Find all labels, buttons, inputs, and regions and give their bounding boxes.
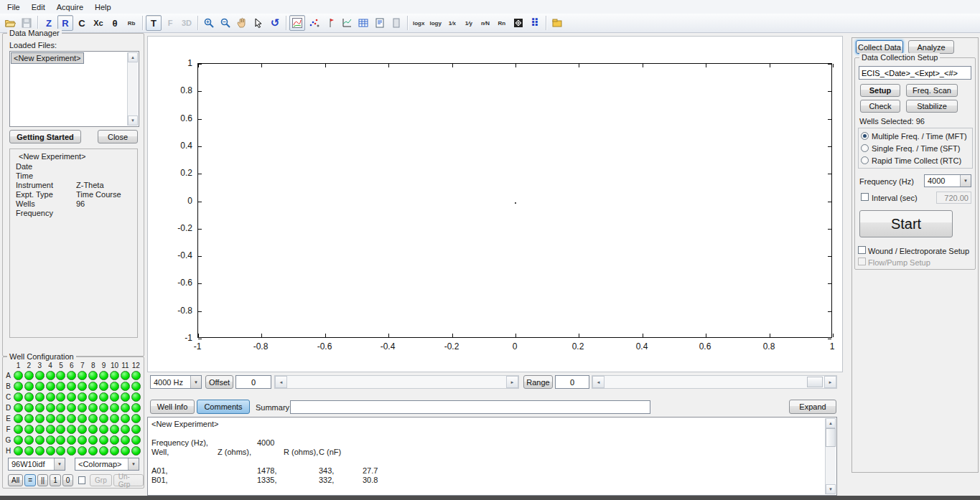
- inverse-x-icon[interactable]: 1∕x: [444, 15, 460, 31]
- well-H6[interactable]: [67, 446, 76, 456]
- well-D12[interactable]: [131, 403, 141, 412]
- loaded-files-list[interactable]: <New Experiment> ▲ ▼: [9, 51, 139, 127]
- offset-scrollbar[interactable]: ◄ ►: [274, 375, 519, 389]
- data-table-icon[interactable]: [355, 15, 371, 31]
- well-B8[interactable]: [88, 382, 98, 391]
- well-C1[interactable]: [14, 392, 23, 402]
- well-E5[interactable]: [56, 414, 65, 423]
- plate-type-select[interactable]: 96W10idf ▼: [8, 458, 65, 471]
- inverse-y-icon[interactable]: 1∕y: [461, 15, 477, 31]
- well-D6[interactable]: [67, 403, 76, 412]
- well-G7[interactable]: [78, 435, 87, 445]
- ratio-rn-icon[interactable]: Rn: [494, 15, 510, 31]
- experiment-name-input[interactable]: [859, 66, 971, 80]
- well-C11[interactable]: [121, 392, 130, 402]
- menu-file[interactable]: File: [1, 1, 26, 13]
- well-B12[interactable]: [131, 382, 141, 391]
- dropdown-arrow-icon[interactable]: ▼: [190, 376, 201, 388]
- expand-button[interactable]: Expand: [789, 400, 836, 414]
- well-G10[interactable]: [110, 435, 119, 445]
- well-F11[interactable]: [121, 425, 130, 434]
- marker-tool-icon[interactable]: [322, 15, 338, 31]
- menu-help[interactable]: Help: [89, 1, 117, 13]
- mode-option[interactable]: Rapid Time Collect (RTC): [861, 154, 972, 166]
- scroll-up-icon[interactable]: ▲: [826, 418, 836, 428]
- well-F1[interactable]: [14, 425, 23, 434]
- export-data-icon[interactable]: [549, 15, 565, 31]
- well-D7[interactable]: [78, 403, 87, 412]
- offset-input[interactable]: [235, 375, 271, 389]
- start-button[interactable]: Start: [859, 210, 953, 237]
- well-B10[interactable]: [110, 382, 119, 391]
- expand-plot-icon[interactable]: [510, 15, 526, 31]
- comments-button[interactable]: Comments: [197, 400, 250, 414]
- scroll-up-icon[interactable]: ▲: [128, 52, 138, 62]
- well-A9[interactable]: [99, 371, 108, 380]
- well-F10[interactable]: [110, 425, 119, 434]
- plot-axes[interactable]: [197, 63, 832, 338]
- well-A12[interactable]: [131, 371, 141, 380]
- normalize-icon[interactable]: n∕N: [477, 15, 493, 31]
- radio-icon[interactable]: [861, 156, 869, 164]
- offset-button[interactable]: Offset: [205, 375, 233, 389]
- reset-view-icon[interactable]: ↺: [267, 15, 283, 31]
- time-axis-button[interactable]: T: [146, 15, 162, 31]
- log-x-icon[interactable]: logx: [411, 15, 426, 31]
- well-H12[interactable]: [131, 446, 141, 456]
- well-B7[interactable]: [78, 382, 87, 391]
- well-D11[interactable]: [121, 403, 130, 412]
- well-F6[interactable]: [67, 425, 76, 434]
- close-button[interactable]: Close: [98, 130, 138, 143]
- well-A8[interactable]: [88, 371, 98, 380]
- well-E6[interactable]: [67, 414, 76, 423]
- well-C7[interactable]: [78, 392, 87, 402]
- dropdown-arrow-icon[interactable]: ▼: [128, 458, 139, 470]
- well-A3[interactable]: [35, 371, 45, 380]
- well-C10[interactable]: [110, 392, 119, 402]
- well-F8[interactable]: [88, 425, 98, 434]
- well-G11[interactable]: [121, 435, 130, 445]
- well-B1[interactable]: [14, 382, 23, 391]
- scrollbar-track[interactable]: [287, 376, 506, 388]
- well-C5[interactable]: [56, 392, 65, 402]
- well-info-button[interactable]: Well Info: [150, 400, 195, 414]
- menu-acquire[interactable]: Acquire: [51, 1, 89, 13]
- well-D8[interactable]: [88, 403, 98, 412]
- radio-icon[interactable]: [861, 144, 869, 152]
- well-C9[interactable]: [99, 392, 108, 402]
- well-select-equal[interactable]: =: [24, 474, 36, 486]
- list-scrollbar[interactable]: ▲ ▼: [127, 52, 138, 126]
- scroll-left-icon[interactable]: ◄: [275, 376, 287, 388]
- report-icon[interactable]: [372, 15, 388, 31]
- loaded-file-item[interactable]: <New Experiment>: [11, 52, 84, 64]
- scroll-down-icon[interactable]: ▼: [826, 484, 836, 494]
- well-A10[interactable]: [110, 371, 119, 380]
- log-y-icon[interactable]: logy: [427, 15, 443, 31]
- well-B5[interactable]: [56, 382, 65, 391]
- well-A4[interactable]: [46, 371, 55, 380]
- model-rb-button[interactable]: Rb: [123, 15, 139, 31]
- phase-theta-button[interactable]: θ: [107, 15, 123, 31]
- well-C12[interactable]: [131, 392, 141, 402]
- well-G4[interactable]: [46, 435, 55, 445]
- mode-option[interactable]: Multiple Freq. / Time (MFT): [861, 130, 972, 142]
- well-G1[interactable]: [14, 435, 23, 445]
- well-H1[interactable]: [14, 446, 23, 456]
- well-D10[interactable]: [110, 403, 119, 412]
- well-F2[interactable]: [24, 425, 34, 434]
- well-select-bars[interactable]: ||: [37, 474, 48, 486]
- scatter-graph-icon[interactable]: [306, 15, 322, 31]
- well-G9[interactable]: [99, 435, 108, 445]
- well-select-zero[interactable]: 0: [62, 474, 74, 486]
- well-F5[interactable]: [56, 425, 65, 434]
- well-G8[interactable]: [88, 435, 98, 445]
- well-G12[interactable]: [131, 435, 141, 445]
- comments-scrollbar[interactable]: ▲ ▼: [825, 418, 836, 494]
- well-C4[interactable]: [46, 392, 55, 402]
- scroll-down-icon[interactable]: ▼: [128, 115, 138, 126]
- well-E7[interactable]: [78, 414, 87, 423]
- line-graph-icon[interactable]: [289, 15, 305, 31]
- dropdown-arrow-icon[interactable]: ▼: [54, 458, 65, 470]
- menu-edit[interactable]: Edit: [26, 1, 51, 13]
- well-C2[interactable]: [24, 392, 34, 402]
